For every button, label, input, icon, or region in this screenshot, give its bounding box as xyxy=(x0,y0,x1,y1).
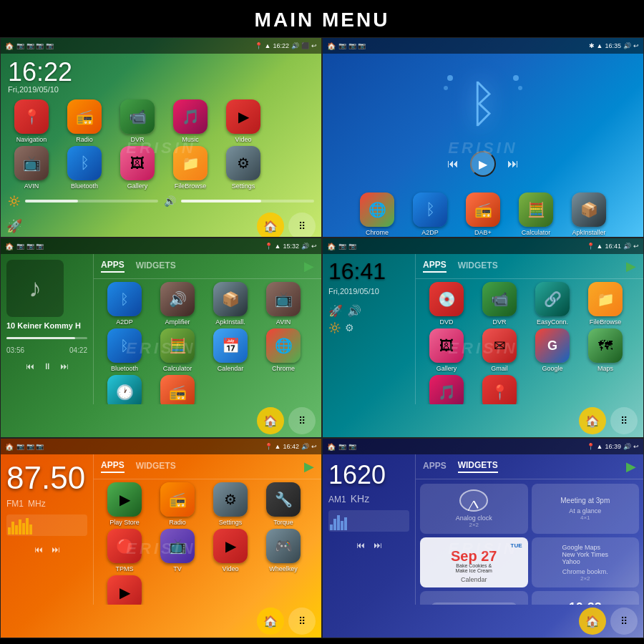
app-dvd-p4[interactable]: 💿 DVD xyxy=(421,282,472,326)
app-radio-p5[interactable]: 📻 Radio xyxy=(152,482,203,526)
back-icon-5[interactable]: ↩ xyxy=(311,443,317,450)
back-icon-3[interactable]: ↩ xyxy=(311,243,317,250)
drawer-tab-apps-5[interactable]: APPS xyxy=(101,460,125,473)
app-calendar-p3[interactable]: 📅 Calendar xyxy=(205,328,255,372)
app-settings[interactable]: ⚙ Settings xyxy=(218,146,268,190)
app-a2dp-p3[interactable]: ᛒ A2DP xyxy=(99,282,150,326)
app-gmail-p4[interactable]: ✉ Gmail xyxy=(474,328,525,372)
app-label-google-p4: Google xyxy=(542,365,562,372)
app-filebrowse-p4[interactable]: 📁 FileBrowse xyxy=(580,282,630,326)
home-btn-4[interactable]: 🏠 xyxy=(579,407,606,434)
app-dab-p3[interactable]: 📻 DAB+ xyxy=(152,375,203,404)
app-nav-p4[interactable]: 📍 Navigation xyxy=(474,375,525,404)
am-next[interactable]: ⏭ xyxy=(371,537,385,553)
app-radio[interactable]: 📻 Radio xyxy=(59,99,109,143)
drawer-tab-apps-3[interactable]: APPS xyxy=(101,260,125,273)
apps-btn-5[interactable]: ⠿ xyxy=(288,608,316,635)
widget-at-a-glance[interactable]: Meeting at 3pm At a glance 4×1 xyxy=(532,484,640,534)
apps-btn-1[interactable]: ⠿ xyxy=(288,213,316,238)
drawer-tab-widgets-5[interactable]: WIDGETS xyxy=(136,461,176,472)
quick-ctrl-volume: 🔊 xyxy=(164,195,314,207)
music-note-icon: ♪ xyxy=(6,260,64,317)
app-google-p4[interactable]: G Google xyxy=(527,328,577,372)
drawer-play-btn-5[interactable]: ▶ xyxy=(304,459,314,474)
music-pause[interactable]: ⏸ xyxy=(40,358,54,374)
app-dab-p2[interactable]: 📻 DAB+ xyxy=(458,192,508,236)
back-icon-6[interactable]: ↩ xyxy=(633,443,639,450)
app-video-p5[interactable]: ▶ Video xyxy=(205,529,255,572)
drawer-tab-widgets-3[interactable]: WIDGETS xyxy=(136,260,176,272)
app-a2dp-p2[interactable]: ᛒ A2DP xyxy=(405,192,455,236)
back-icon-2[interactable]: ↩ xyxy=(633,42,639,49)
am-prev[interactable]: ⏮ xyxy=(353,537,368,553)
home-icon-4[interactable]: 🏠 xyxy=(327,243,336,250)
app-gallery-p4[interactable]: 🖼 Gallery xyxy=(421,328,472,372)
app-bluetooth[interactable]: ᛒ Bluetooth xyxy=(59,146,109,190)
apps-btn-4[interactable]: ⠿ xyxy=(610,407,638,434)
app-dvr[interactable]: 📹 DVR xyxy=(112,99,162,143)
app-navigation[interactable]: 📍 Navigation xyxy=(6,99,57,143)
apps-btn-6[interactable]: ⠿ xyxy=(610,608,638,635)
music-prev[interactable]: ⏮ xyxy=(23,358,37,374)
app-music-p4[interactable]: 🎵 Music xyxy=(421,375,472,404)
app-apkinstall-p3[interactable]: 📦 ApkInstall. xyxy=(205,282,255,326)
media-next-btn[interactable]: ⏭ xyxy=(504,155,522,173)
app-tpms-p5[interactable]: 🔴 TPMS xyxy=(99,529,150,572)
app-avin-p3[interactable]: 📺 AVIN xyxy=(258,282,308,326)
app-youtube-p5[interactable]: ▶ YouTube xyxy=(99,575,150,605)
radio-prev[interactable]: ⏮ xyxy=(31,542,46,557)
widget-digital-clock[interactable]: 10:23 TUE, MAR 22 03:10 Digital clock xyxy=(532,591,640,605)
radio-next[interactable]: ⏭ xyxy=(49,542,63,557)
app-clock-p3[interactable]: 🕐 Clock xyxy=(99,375,150,404)
app-chrome-p3[interactable]: 🌐 Chrome xyxy=(258,328,308,372)
app-label-dvd-p4: DVD xyxy=(439,318,453,326)
app-torque-p5[interactable]: 🔧 Torque xyxy=(258,482,308,526)
app-calc-p2[interactable]: 🧮 Calculator xyxy=(511,192,561,236)
app-playstore-p5[interactable]: ▶ Play Store xyxy=(99,482,150,526)
drawer-tab-widgets-6[interactable]: WIDGETS xyxy=(458,460,498,473)
back-icon-4[interactable]: ↩ xyxy=(633,243,639,250)
app-label-gallery: Gallery xyxy=(127,182,148,190)
app-gallery[interactable]: 🖼 Gallery xyxy=(112,146,162,190)
app-apk-p2[interactable]: 📦 ApkInstaller xyxy=(564,192,614,236)
home-btn-5[interactable]: 🏠 xyxy=(257,608,284,635)
widget-label-glance: At a glance xyxy=(569,507,601,514)
home-icon-2[interactable]: 🏠 xyxy=(327,42,336,50)
media-play-btn[interactable]: ▶ xyxy=(470,151,496,177)
drawer-play-btn-3[interactable]: ▶ xyxy=(304,258,314,274)
app-maps-p4[interactable]: 🗺 Maps xyxy=(580,328,630,372)
app-wheelkey-p5[interactable]: 🎮 Wheelkey xyxy=(258,529,308,572)
drawer-tab-apps-6[interactable]: APPS xyxy=(423,461,447,472)
app-music[interactable]: 🎵 Music xyxy=(165,99,215,143)
drawer-play-btn-4[interactable]: ▶ xyxy=(626,258,636,274)
app-bluetooth-p3[interactable]: ᛒ Bluetooth xyxy=(99,328,150,372)
app-tv-p5[interactable]: 📺 TV xyxy=(152,529,203,572)
apps-btn-3[interactable]: ⠿ xyxy=(288,407,316,434)
widget-chrome-bookmarks[interactable]: Google MapsNew York TimesYahoo Chrome bo… xyxy=(532,537,640,587)
home-icon-5[interactable]: 🏠 xyxy=(5,443,14,451)
app-settings-p5[interactable]: ⚙ Settings xyxy=(205,482,255,526)
home-btn-6[interactable]: 🏠 xyxy=(579,608,606,635)
home-btn-3[interactable]: 🏠 xyxy=(257,407,284,434)
drawer-tab-widgets-4[interactable]: WIDGETS xyxy=(458,260,498,272)
media-prev-btn[interactable]: ⏮ xyxy=(444,155,462,173)
home-icon-1[interactable]: 🏠 xyxy=(5,42,14,50)
drawer-tab-apps-4[interactable]: APPS xyxy=(423,260,447,273)
home-icon-3[interactable]: 🏠 xyxy=(5,243,14,250)
app-filebrowse[interactable]: 📁 FileBrowse xyxy=(165,146,215,190)
app-chrome-p2[interactable]: 🌐 Chrome xyxy=(352,192,402,236)
music-next[interactable]: ⏭ xyxy=(57,358,72,374)
back-icon-1[interactable]: ↩ xyxy=(311,42,317,49)
app-calc-p3[interactable]: 🧮 Calculator xyxy=(152,328,203,372)
app-easyconn-p4[interactable]: 🔗 EasyConn. xyxy=(527,282,577,326)
app-amplifier-p3[interactable]: 🔊 Amplifier xyxy=(152,282,203,326)
home-btn-1[interactable]: 🏠 xyxy=(257,213,284,238)
app-video[interactable]: ▶ Video xyxy=(218,99,268,143)
home-icon-6[interactable]: 🏠 xyxy=(327,443,336,451)
widget-chrome-search[interactable]: Search... Chrome search 3×1 xyxy=(420,591,528,605)
widget-calendar[interactable]: TUE Sep 27 Bake Cookies &Make Ice Cream … xyxy=(420,537,528,587)
app-dvr-p4[interactable]: 📹 DVR xyxy=(474,282,525,326)
app-avin[interactable]: 📺 AVIN xyxy=(6,146,57,190)
drawer-play-btn-6[interactable]: ▶ xyxy=(626,459,636,474)
widget-analog-clock[interactable]: Analog clock 2×2 xyxy=(420,484,528,534)
